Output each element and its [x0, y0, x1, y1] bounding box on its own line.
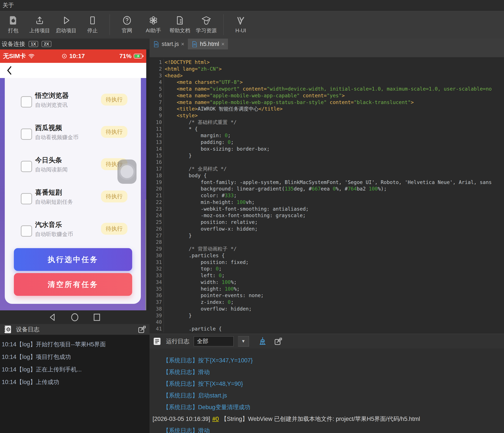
- run-log-filter-dropdown-icon[interactable]: ▼: [238, 336, 249, 347]
- phone-status-bar: 10:17 无SIM卡 71%: [0, 49, 146, 63]
- line-text: .particles {: [164, 252, 225, 259]
- hui-logo-icon: [236, 16, 246, 26]
- code-line: 25 position: relative;: [150, 219, 504, 226]
- device-panel-title: 设备连接: [2, 40, 25, 48]
- toolbar-divider: [110, 14, 110, 35]
- nav-home-icon[interactable]: [70, 313, 80, 322]
- code-line: 26 overflow-x: hidden;: [150, 226, 504, 232]
- mirror-zoom-2x-button[interactable]: 2X: [42, 41, 51, 47]
- line-text: color: #333;: [164, 192, 237, 199]
- svg-text:JS: JS: [193, 43, 196, 46]
- line-text: <!DOCTYPE html>: [164, 59, 210, 66]
- line-number: 30: [150, 252, 164, 259]
- line-text: <meta name="apple-mobile-web-app-capable…: [164, 92, 345, 99]
- package-apple-icon: [8, 15, 18, 25]
- code-line: 34 width: 100%;: [150, 279, 504, 286]
- line-text: <meta name="apple-mobile-web-app-status-…: [164, 99, 414, 106]
- line-text: overflow-x: hidden;: [164, 226, 258, 232]
- run-log-title: 运行日志: [166, 337, 189, 345]
- line-number: 13: [150, 139, 164, 146]
- line-number: 2: [150, 66, 164, 72]
- line-number: 35: [150, 286, 164, 292]
- line-text: -moz-osx-font-smoothing: grayscale;: [164, 212, 306, 219]
- hui-home-button[interactable]: H-UI: [227, 13, 254, 37]
- code-line: 14 box-sizing: border-box;: [150, 146, 504, 152]
- task-subtitle: 自动阅读新闻: [35, 166, 68, 173]
- assistive-touch-ball[interactable]: [117, 160, 136, 184]
- device-log-popout-icon[interactable]: [137, 325, 146, 334]
- task-checkbox[interactable]: [21, 193, 32, 204]
- line-number: 41: [150, 325, 164, 332]
- package-label: 打包: [8, 27, 18, 34]
- task-checkbox[interactable]: [21, 226, 32, 237]
- start-project-button[interactable]: 启动项目: [53, 13, 79, 37]
- code-line: 36 pointer-events: none;: [150, 292, 504, 299]
- device-log-body[interactable]: 10:14【log】开始打包项目--苹果H5界面10:14【log】项目打包成功…: [0, 335, 150, 433]
- log-anchor-link[interactable]: #0: [212, 416, 219, 422]
- panel-gap: [146, 49, 150, 310]
- line-number: 5: [150, 86, 164, 92]
- code-line: 41 .particle {: [150, 325, 504, 332]
- line-text: top: 0;: [164, 265, 222, 272]
- clock-icon: [62, 53, 67, 59]
- code-line: 37 z-index: 0;: [150, 299, 504, 306]
- official-site-button[interactable]: 官网: [114, 13, 140, 37]
- code-line: 2<html lang="zh-CN">: [150, 66, 504, 72]
- tab-h5-html-close-icon[interactable]: ×: [221, 41, 225, 47]
- line-text: .particle {: [164, 325, 222, 332]
- tab-start-js-close-icon[interactable]: ×: [181, 41, 184, 47]
- menu-about[interactable]: 关于: [0, 1, 17, 9]
- code-editor[interactable]: 1<!DOCTYPE html>2<html lang="zh-CN">3<he…: [150, 57, 504, 334]
- line-number: 24: [150, 212, 164, 219]
- line-number: 4: [150, 79, 164, 86]
- help-docs-button[interactable]: 帮助文档: [167, 13, 193, 37]
- line-number: 36: [150, 292, 164, 299]
- clear-log-broom-icon[interactable]: [258, 337, 267, 346]
- upload-project-button[interactable]: 上传项目: [27, 13, 53, 37]
- phone-mirror[interactable]: 10:17 无SIM卡 71% 悟空浏览器自动浏览资讯待执行西瓜视频自动看视频赚…: [0, 49, 146, 310]
- line-text: height: 100%;: [164, 286, 240, 292]
- stop-button[interactable]: 停止: [79, 13, 106, 37]
- nav-back-icon[interactable]: [48, 313, 57, 322]
- ai-assistant-button[interactable]: AI助手: [140, 13, 167, 37]
- app-window: 关于 打包 上传项目 启动项目 停止: [0, 0, 504, 433]
- clear-all-button[interactable]: 清空所有任务: [14, 273, 132, 296]
- mirror-zoom-1x-button[interactable]: 1X: [29, 41, 38, 47]
- line-number: 12: [150, 132, 164, 139]
- tab-h5-html[interactable]: JS h5.html ×: [188, 39, 228, 49]
- line-text: /* 基础样式重置 */: [164, 119, 237, 126]
- line-number: 6: [150, 92, 164, 99]
- line-text: left: 0;: [164, 272, 225, 279]
- code-line: 9 <style>: [150, 112, 504, 119]
- nav-recents-icon[interactable]: [92, 313, 102, 322]
- code-line: 30 .particles {: [150, 252, 504, 259]
- line-number: 31: [150, 259, 164, 266]
- code-line: 24 -moz-osx-font-smoothing: grayscale;: [150, 212, 504, 219]
- device-panel-scrollbar[interactable]: [145, 199, 146, 310]
- line-number: 38: [150, 306, 164, 312]
- learning-resources-button[interactable]: 学习资源: [193, 13, 219, 37]
- hui-logo-label: H-UI: [235, 27, 246, 34]
- task-checkbox[interactable]: [21, 128, 32, 140]
- run-log-popout-icon[interactable]: [274, 337, 283, 346]
- line-number: 7: [150, 99, 164, 106]
- learning-resources-label: 学习资源: [196, 27, 217, 34]
- package-button[interactable]: 打包: [0, 13, 27, 37]
- tab-start-js[interactable]: JS start.js ×: [150, 39, 188, 49]
- line-text: <meta name="viewport" content="width=dev…: [164, 86, 492, 92]
- line-number: 17: [150, 166, 164, 172]
- run-log-entry: 【系统日志】启动start.js: [150, 390, 504, 401]
- toolbar-divider-2: [223, 14, 224, 35]
- run-log-body[interactable]: 【系统日志】按下{X=347,Y=1007}【系统日志】滑动【系统日志】按下{X…: [150, 349, 504, 433]
- task-checkbox[interactable]: [21, 161, 32, 172]
- run-log-filter-select[interactable]: 全部: [194, 336, 234, 346]
- execute-selected-button[interactable]: 执行选中任务: [14, 248, 132, 271]
- line-text: <meta charset="UTF-8">: [164, 79, 243, 86]
- back-chevron-icon[interactable]: [6, 65, 13, 75]
- line-text: z-index: 0;: [164, 299, 234, 306]
- task-checkbox[interactable]: [21, 96, 32, 108]
- run-log-entry: 【系统日志】Debug变量清理成功: [150, 401, 504, 413]
- task-status-badge: 待执行: [101, 223, 127, 235]
- code-line: 5 <meta name="viewport" content="width=d…: [150, 86, 504, 92]
- task-row: 西瓜视频自动看视频赚金币待执行: [5, 123, 141, 145]
